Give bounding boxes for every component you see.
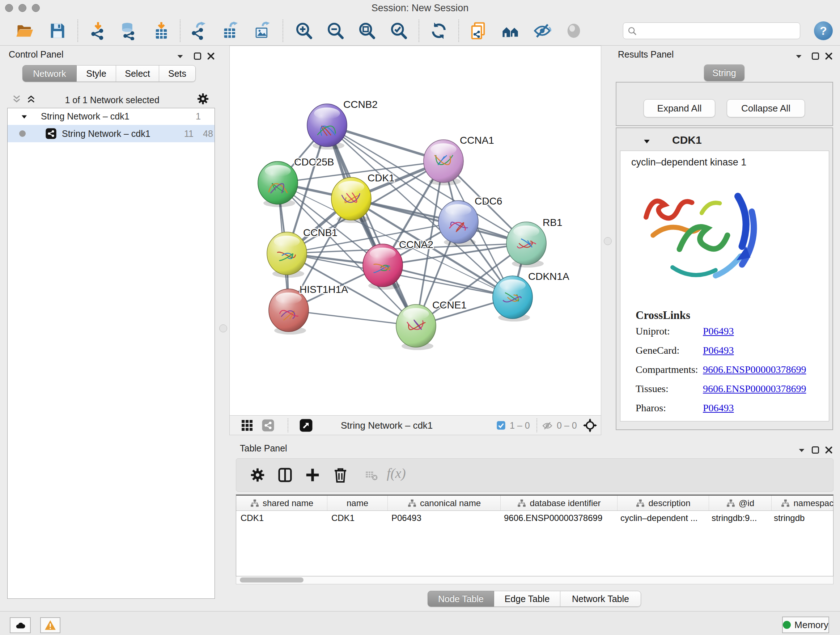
zoom-fit-icon[interactable]: [357, 21, 376, 40]
help-button[interactable]: ?: [814, 21, 833, 40]
collapse-all-networks-icon[interactable]: [11, 94, 22, 104]
column-header-canonical-name[interactable]: canonical name: [388, 496, 501, 510]
show-all-panels-icon[interactable]: [501, 21, 520, 40]
table-cell[interactable]: P06493: [387, 513, 500, 523]
network-node-cdc25b[interactable]: CDC25B: [258, 157, 334, 207]
show-columns-icon[interactable]: [277, 467, 294, 483]
table-panel-float-icon[interactable]: [811, 445, 820, 455]
table-panel-close-icon[interactable]: [824, 445, 834, 455]
import-network-database-icon[interactable]: [119, 21, 138, 40]
clone-network-icon[interactable]: [469, 21, 488, 40]
tab-select[interactable]: Select: [116, 65, 159, 82]
warnings-button[interactable]: [40, 617, 60, 633]
network-canvas[interactable]: CCNB2CCNA1CDC25BCDK1CDC6RB1CCNB1CCNA2CDK…: [229, 46, 601, 416]
results-panel-menu-icon[interactable]: [794, 52, 803, 61]
network-collection-row[interactable]: String Network – cdk1 1: [8, 108, 215, 125]
control-panel-menu-icon[interactable]: [176, 52, 185, 61]
table-cell[interactable]: stringdb: [769, 513, 834, 523]
column-label: canonical name: [420, 498, 481, 508]
network-graph[interactable]: CCNB2CCNA1CDC25BCDK1CDC6RB1CCNB1CCNA2CDK…: [230, 46, 601, 415]
hide-panels-icon[interactable]: [533, 21, 552, 40]
protein-collapse-triangle-icon[interactable]: [643, 138, 651, 146]
column-header-description[interactable]: description: [617, 496, 709, 510]
network-node-ccnb1[interactable]: CCNB1: [267, 227, 338, 278]
main-toolbar: ?: [0, 16, 840, 46]
pan-crosshair-icon[interactable]: [583, 418, 597, 432]
network-row-selected[interactable]: String Network – cdk1 11 48: [8, 125, 215, 142]
zoom-out-icon[interactable]: [326, 21, 345, 40]
network-edge[interactable]: [327, 125, 416, 326]
tab-network[interactable]: Network: [22, 65, 77, 82]
expand-all-button[interactable]: Expand All: [644, 99, 715, 117]
hidden-eye-icon[interactable]: [542, 420, 553, 432]
table-hscrollbar-thumb[interactable]: [240, 578, 303, 583]
network-node-ccna1[interactable]: CCNA1: [424, 135, 494, 185]
open-file-icon[interactable]: [15, 21, 34, 40]
cloud-status-button[interactable]: [10, 617, 31, 633]
tab-sets[interactable]: Sets: [159, 65, 196, 82]
node-label: CCNB1: [303, 227, 338, 238]
node-label: CDC25B: [294, 157, 334, 168]
table-hscrollbar[interactable]: [236, 576, 834, 584]
string-results-tab[interactable]: String: [704, 65, 745, 81]
column-header-name[interactable]: name: [327, 496, 388, 510]
network-node-cdc6[interactable]: CDC6: [439, 195, 502, 246]
tab-network-table[interactable]: Network Table: [561, 591, 641, 607]
control-panel-close-icon[interactable]: [206, 51, 216, 61]
table-settings-gear-icon[interactable]: [249, 467, 266, 483]
results-panel-close-icon[interactable]: [824, 51, 834, 61]
expand-all-networks-icon[interactable]: [26, 94, 36, 104]
crosslink-value-link[interactable]: P06493: [703, 325, 734, 337]
crosslink-value-link[interactable]: 9606.ENSP00000378699: [703, 364, 806, 375]
add-column-icon[interactable]: [304, 467, 321, 483]
network-node-rb1[interactable]: RB1: [507, 217, 562, 268]
export-table-icon[interactable]: [221, 21, 240, 40]
birds-eye-view-icon[interactable]: [299, 418, 313, 432]
column-header-shared-name[interactable]: shared name: [236, 496, 327, 510]
column-header-database-identifier[interactable]: database identifier: [501, 496, 617, 510]
import-network-file-icon[interactable]: [88, 21, 107, 40]
network-node-cdk1[interactable]: CDK1: [332, 172, 395, 223]
network-node-hist1h1a[interactable]: HIST1H1A: [269, 284, 348, 334]
table-cell[interactable]: cyclin–dependent ...: [616, 513, 707, 523]
right-splitter-handle[interactable]: [604, 237, 612, 245]
left-splitter-handle[interactable]: [219, 325, 227, 333]
column-header-id[interactable]: @id: [709, 496, 772, 510]
collection-expand-triangle-icon[interactable]: [21, 113, 28, 120]
column-header-namespace[interactable]: namespace: [772, 496, 834, 510]
network-node-cdkn1a[interactable]: CDKN1A: [493, 271, 569, 321]
table-panel-menu-icon[interactable]: [797, 446, 806, 455]
collapse-all-button[interactable]: Collapse All: [727, 99, 805, 117]
export-network-icon[interactable]: [189, 21, 208, 40]
network-options-gear-icon[interactable]: [196, 92, 210, 106]
control-panel-float-icon[interactable]: [193, 51, 202, 61]
selected-checkbox-icon[interactable]: [496, 420, 506, 431]
presentation-mode-icon[interactable]: [564, 21, 583, 40]
table-cell[interactable]: CDK1: [327, 513, 387, 523]
zoom-selected-icon[interactable]: [389, 21, 408, 40]
network-node-ccne1[interactable]: CCNE1: [396, 299, 467, 350]
results-panel-float-icon[interactable]: [811, 51, 820, 61]
delete-column-trash-icon[interactable]: [332, 466, 349, 484]
network-badge-icon[interactable]: [262, 419, 275, 432]
table-cell[interactable]: CDK1: [236, 513, 327, 523]
zoom-in-icon[interactable]: [294, 21, 313, 40]
table-row[interactable]: CDK1CDK1P064939606.ENSP00000378699cyclin…: [236, 511, 834, 525]
export-image-icon[interactable]: [253, 21, 271, 40]
import-table-icon[interactable]: [152, 21, 171, 40]
tab-style[interactable]: Style: [77, 65, 116, 82]
crosslink-value-link[interactable]: P06493: [703, 345, 734, 356]
search-input[interactable]: [623, 22, 800, 39]
crosslink-value-link[interactable]: P06493: [703, 402, 734, 414]
grid-view-icon[interactable]: [240, 419, 254, 432]
memory-button[interactable]: Memory: [782, 616, 829, 633]
refresh-network-icon[interactable]: [429, 21, 448, 40]
save-session-icon[interactable]: [48, 21, 66, 40]
crosslink-value-link[interactable]: 9606.ENSP00000378699: [703, 383, 806, 394]
tab-edge-table[interactable]: Edge Table: [494, 591, 561, 607]
table-cell[interactable]: stringdb:9...: [707, 513, 769, 523]
table-cell[interactable]: 9606.ENSP00000378699: [500, 513, 616, 523]
window-title: Session: New Session: [0, 3, 840, 14]
network-node-ccnb2[interactable]: CCNB2: [307, 99, 378, 149]
tab-node-table[interactable]: Node Table: [428, 591, 494, 607]
